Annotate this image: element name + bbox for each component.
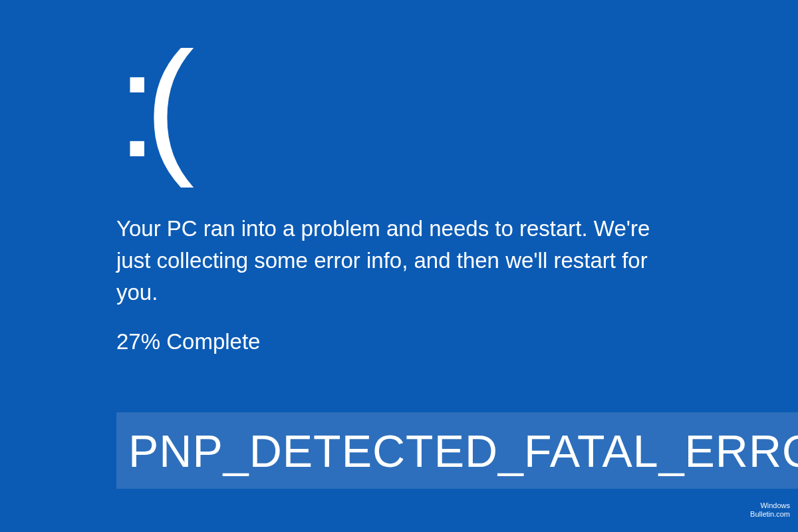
- sad-face-icon: :(: [116, 30, 181, 180]
- error-code: PNP_DETECTED_FATAL_ERROR: [128, 425, 798, 477]
- error-message: Your PC ran into a problem and needs to …: [116, 213, 688, 309]
- progress-text: 27% Complete: [116, 329, 260, 354]
- watermark-line1: Windows: [750, 501, 790, 510]
- watermark: Windows Bulletin.com: [750, 501, 790, 519]
- watermark-line2: Bulletin.com: [750, 510, 790, 519]
- error-code-container: PNP_DETECTED_FATAL_ERROR: [116, 412, 798, 489]
